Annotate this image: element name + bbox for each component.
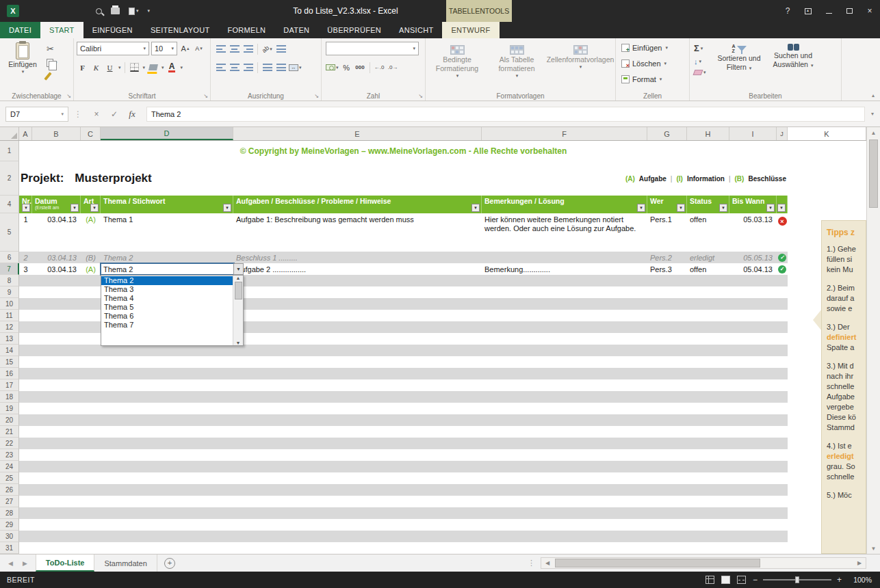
cell-datum[interactable]: 03.04.13: [32, 213, 81, 252]
tab-einfuegen[interactable]: EINFÜGEN: [83, 22, 142, 38]
cell-status[interactable]: erledigt: [687, 252, 729, 263]
header-art[interactable]: Art▼: [81, 196, 101, 213]
ribbon-display-options-button[interactable]: [798, 0, 818, 22]
dialog-launcher-icon[interactable]: ↘: [66, 93, 71, 99]
delete-cells-button[interactable]: Löschen ▾: [621, 59, 667, 68]
table-band[interactable]: [19, 426, 788, 438]
cell-bis-wann[interactable]: 05.04.13: [729, 263, 777, 275]
minimize-button[interactable]: [818, 0, 839, 22]
cell-bis-wann[interactable]: 05.05.13: [729, 252, 777, 263]
dropdown-item[interactable]: Thema 5: [101, 303, 233, 312]
filter-icon[interactable]: ▼: [677, 204, 685, 212]
in-cell-dropdown-button[interactable]: ▼: [233, 263, 244, 275]
header-nr[interactable]: Nr.▼: [19, 196, 32, 213]
table-band[interactable]: [19, 531, 788, 542]
dropdown-scrollbar[interactable]: ▲ ▼: [233, 276, 243, 345]
vertical-scrollbar[interactable]: ▲ ▼: [866, 127, 880, 554]
cell-thema[interactable]: Thema 1: [101, 213, 233, 252]
cell-thema[interactable]: Thema 2: [101, 252, 233, 263]
enter-button[interactable]: ✓: [105, 109, 123, 119]
cell-bemerkungen[interactable]: Hier können weitere Bemerkungen notiert …: [482, 213, 647, 252]
row-header[interactable]: 24: [0, 461, 19, 472]
tab-ansicht[interactable]: ANSICHT: [390, 22, 442, 38]
cell-status-icon[interactable]: ×: [777, 213, 788, 252]
tab-scroll-splitter[interactable]: ⋮: [528, 559, 541, 567]
row-header[interactable]: 1: [0, 141, 19, 161]
shrink-font-button[interactable]: A▾: [193, 43, 205, 55]
row-header[interactable]: 2: [0, 161, 19, 196]
row-header[interactable]: 31: [0, 542, 19, 554]
increase-decimal-button[interactable]: ←.0: [374, 62, 385, 73]
dropdown-item[interactable]: Thema 2: [101, 276, 233, 285]
cell-wer[interactable]: Pers.2: [647, 252, 687, 263]
accounting-format-button[interactable]: ▾: [326, 62, 339, 73]
filter-icon[interactable]: ▼: [223, 204, 231, 212]
cell-art[interactable]: (A): [81, 213, 101, 252]
table-band[interactable]: [19, 379, 788, 391]
header-bemerkungen[interactable]: Bemerkungen / Lösung▼: [482, 196, 647, 213]
underline-button[interactable]: U: [104, 62, 116, 73]
cell-wer[interactable]: Pers.1: [647, 213, 687, 252]
format-as-table-button[interactable]: Als Tabelle formatieren ▾: [489, 42, 545, 79]
header-aufgaben[interactable]: Aufgaben / Beschlüsse / Probleme / Hinwe…: [233, 196, 482, 213]
dialog-launcher-icon[interactable]: ↘: [314, 93, 319, 99]
font-color-button[interactable]: A: [166, 62, 178, 73]
zoom-out-button[interactable]: −: [753, 575, 758, 585]
header-thema[interactable]: Thema / Stichwort▼: [101, 196, 233, 213]
align-bottom-button[interactable]: [242, 43, 254, 55]
column-header-i[interactable]: I: [729, 127, 777, 140]
print-preview-button[interactable]: [96, 8, 102, 14]
row-header[interactable]: 29: [0, 519, 19, 531]
row-header[interactable]: 23: [0, 449, 19, 461]
scroll-down-icon[interactable]: ▼: [871, 543, 877, 554]
cell-bemerkungen[interactable]: Bemerkung.............: [482, 263, 647, 275]
row-header[interactable]: 21: [0, 426, 19, 438]
filter-icon[interactable]: ▼: [471, 204, 480, 212]
column-header-h[interactable]: H: [687, 127, 729, 140]
sheet-tab-stammdaten[interactable]: Stammdaten: [94, 554, 157, 572]
zoom-percentage[interactable]: 100%: [849, 576, 872, 584]
header-bis-wann[interactable]: Bis Wann▼: [729, 196, 777, 213]
row-header[interactable]: 16: [0, 368, 19, 379]
scroll-up-icon[interactable]: ▲: [236, 276, 241, 280]
row-header[interactable]: 30: [0, 531, 19, 542]
table-band[interactable]: [19, 414, 788, 426]
table-band[interactable]: [19, 368, 788, 379]
insert-function-button[interactable]: fx: [123, 109, 141, 120]
formula-bar-splitter[interactable]: ⋮: [74, 109, 82, 119]
filter-icon[interactable]: ▼: [22, 204, 30, 212]
cell-nr[interactable]: 1: [19, 213, 32, 252]
row-header[interactable]: 20: [0, 414, 19, 426]
table-band[interactable]: [19, 356, 788, 368]
find-select-button[interactable]: Suchen und Auswählen ▾: [765, 41, 821, 70]
row-header[interactable]: 28: [0, 507, 19, 519]
dropdown-item[interactable]: Thema 7: [101, 321, 233, 330]
help-button[interactable]: ?: [777, 0, 798, 22]
grow-font-button[interactable]: A▴: [179, 43, 191, 55]
normal-view-icon[interactable]: [706, 576, 714, 584]
row-header[interactable]: 11: [0, 310, 19, 321]
row-header[interactable]: 6: [0, 252, 19, 263]
formula-input[interactable]: Thema 2: [146, 107, 865, 122]
number-format-select[interactable]: ▾: [326, 42, 419, 55]
header-wer[interactable]: Wer▼: [647, 196, 687, 213]
cell-styles-button[interactable]: Zellenformatvorlagen ▾: [546, 42, 614, 70]
dialog-launcher-icon[interactable]: ↘: [203, 93, 208, 99]
table-band[interactable]: [19, 519, 788, 531]
tab-start[interactable]: START: [40, 22, 83, 38]
page-setup-button[interactable]: ▾: [129, 8, 139, 15]
cell-datum[interactable]: 03.04.13: [32, 263, 81, 275]
cell-status[interactable]: offen: [687, 263, 729, 275]
cell-art[interactable]: (A): [81, 263, 101, 275]
row-header[interactable]: 5: [0, 213, 19, 252]
insert-cells-button[interactable]: Einfügen ▾: [621, 44, 668, 52]
align-center-button[interactable]: [229, 62, 240, 73]
row-header[interactable]: 17: [0, 379, 19, 391]
sort-filter-button[interactable]: AZ Sortieren und Filtern ▾: [717, 41, 761, 72]
table-band[interactable]: [19, 496, 788, 507]
cell-wer[interactable]: Pers.3: [647, 263, 687, 275]
column-header-b[interactable]: B: [32, 127, 81, 140]
table-band[interactable]: [19, 403, 788, 414]
cell-nr[interactable]: 3: [19, 263, 32, 275]
row-header[interactable]: 13: [0, 333, 19, 345]
